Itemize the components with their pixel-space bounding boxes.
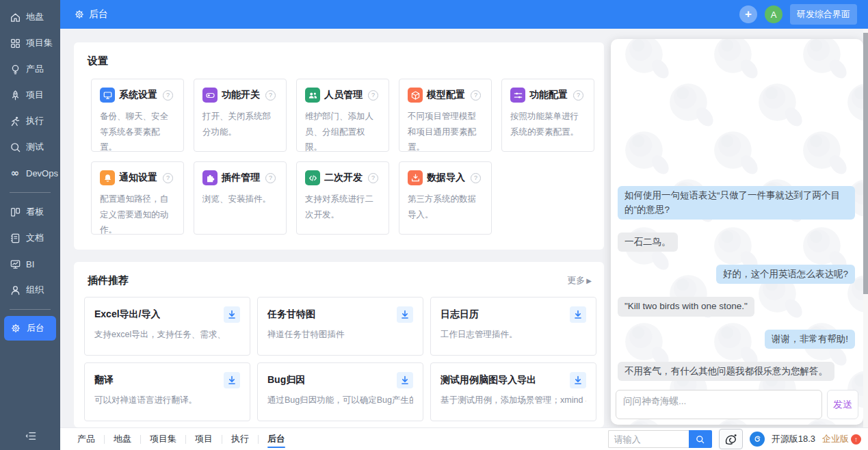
scrollbar-track[interactable] [863,29,868,427]
bottom-tab-admin[interactable]: 后台 [259,428,294,450]
settings-card-desc: 打开、关闭系统部分功能。 [202,109,278,140]
plugin-card-title: 翻译 [94,374,114,386]
sidebar-item-home[interactable]: 地盘 [0,4,60,30]
search-button[interactable] [689,430,712,448]
help-icon[interactable]: ? [471,90,481,101]
collapse-sidebar-button[interactable] [0,421,60,450]
settings-card-head: 功能配置? [510,88,586,103]
bottom-tab-project[interactable]: 项目 [186,428,222,450]
send-button[interactable]: 发送 [827,390,858,419]
sidebar-item-org[interactable]: 组织 [0,277,60,303]
more-link-label: 更多 [567,274,585,287]
conch-watermark [709,127,761,178]
settings-card-dev[interactable]: 二次开发?支持对系统进行二次开发。 [296,161,389,235]
settings-card-system[interactable]: 系统设置?备份、聊天、安全等系统各要素配置。 [91,79,184,152]
settings-card-title: 人员管理 [324,89,363,101]
sidebar-item-execution[interactable]: 执行 [0,108,60,134]
magic-conch-button[interactable] [719,429,743,449]
help-icon[interactable]: ? [573,90,583,101]
settings-card-import[interactable]: 数据导入?第三方系统的数据导入。 [399,161,492,235]
menu-fold-icon [24,429,37,442]
scrollbar-thumb[interactable] [863,33,868,294]
plugin-download-button[interactable] [397,306,413,323]
enterprise-link[interactable]: 企业版 ↑ [822,433,861,445]
plugin-card-excel[interactable]: Excel导出/导入支持excel导出，支持任务、需求、 [84,297,250,356]
settings-card-feature-switch[interactable]: 功能开关?打开、关闭系统部分功能。 [194,79,287,152]
settings-card-extension[interactable]: 插件管理?浏览、安装插件。 [194,161,287,235]
help-icon[interactable]: ? [368,173,378,183]
upgrade-arrow-icon: ↑ [851,434,861,445]
settings-card-model-config[interactable]: 模型配置?不同项目管理模型和项目通用要素配置。 [399,79,492,152]
plus-icon: + [745,8,752,21]
workspace-switch-button[interactable]: 研发综合界面 [790,4,857,25]
plugin-card-desc: 通过Bug归因功能，可以确定Bug产生的 [267,395,413,406]
search-input[interactable] [608,430,689,448]
plugin-card-head: 翻译 [94,372,240,388]
document-icon [9,233,21,244]
download-icon [572,308,584,321]
plugin-card-desc: 可以对禅道语言进行翻译。 [94,395,240,406]
sidebar-item-admin[interactable]: 后台 [4,316,56,341]
sidebar-item-qa[interactable]: 测试 [0,134,60,160]
sidebar-divider [10,192,51,193]
plugin-card-title: Excel导出/导入 [94,308,160,321]
chat-bubble-assistant: 一石二鸟。 [618,233,678,252]
bottom-tab-program[interactable]: 项目集 [141,428,185,450]
chat-bubble-assistant: 不用客气，有什么其他问题我都很乐意为您解答。 [618,362,834,381]
search-box [608,430,712,448]
bottom-tabs: 产品地盘项目集项目执行后台 [68,428,294,450]
plugin-card-desc: 禅道任务甘特图插件 [267,329,413,341]
sidebar-item-bi[interactable]: BI [0,251,60,277]
help-icon[interactable]: ? [163,90,173,101]
plugin-card-head: 测试用例脑图导入导出 [440,372,586,388]
help-icon[interactable]: ? [368,90,378,101]
topbar: 后台 + A 研发综合界面 [60,0,868,29]
sidebar-item-devops[interactable]: ∞DevOps [0,160,60,186]
bottom-tab-execution[interactable]: 执行 [222,428,258,450]
enterprise-label: 企业版 [822,433,849,445]
avatar[interactable]: A [765,5,782,23]
plugin-card-desc: 支持excel导出，支持任务、需求、 [94,329,240,341]
add-button[interactable]: + [739,5,757,23]
settings-card-feature-config[interactable]: 功能配置?按照功能菜单进行系统的要素配置。 [501,79,594,152]
bottom-tab-product[interactable]: 产品 [68,428,104,450]
chat-bubble-assistant: "Kill two birds with one stone." [618,297,754,316]
sidebar-item-kanban[interactable]: 看板 [0,199,60,225]
help-icon[interactable]: ? [163,173,173,183]
sidebar: 地盘项目集产品项目执行测试∞DevOps看板文档BI组织后台 [0,0,60,450]
sidebar-item-doc[interactable]: 文档 [0,225,60,251]
home-icon [9,12,21,23]
plugin-card-testcase-mindmap[interactable]: 测试用例脑图导入导出基于测试用例，添加场景管理；xmind 导 [430,362,596,421]
settings-card-notification[interactable]: 通知设置?配置通知路径，自定义需要通知的动作。 [91,161,184,235]
sidebar-item-label: 测试 [26,141,44,153]
help-icon[interactable]: ? [265,90,276,101]
bottom-tab-home[interactable]: 地盘 [105,428,140,450]
plugin-card-translate[interactable]: 翻译可以对禅道语言进行翻译。 [84,362,250,421]
settings-card-desc: 第三方系统的数据导入。 [408,191,483,222]
plugin-download-button[interactable] [224,372,240,388]
sidebar-item-project[interactable]: 项目 [0,82,60,108]
plugin-card-desc: 工作日志管理插件。 [440,329,586,341]
conch-icon [724,432,738,447]
more-link[interactable]: 更多 ▶ [567,274,592,287]
chat-input[interactable] [616,390,822,419]
plugin-card-gantt[interactable]: 任务甘特图禅道任务甘特图插件 [257,297,423,356]
plugin-download-button[interactable] [570,372,586,388]
plugin-download-button[interactable] [397,372,413,388]
settings-card-user-admin[interactable]: 人员管理?维护部门、添加人员、分组配置权限。 [296,79,389,152]
sidebar-item-product[interactable]: 产品 [0,56,60,82]
bulb-icon [9,64,21,75]
plugin-card-bug-attribution[interactable]: Bug归因通过Bug归因功能，可以确定Bug产生的 [257,362,423,421]
help-icon[interactable]: ? [265,173,276,183]
plugin-card-calendar[interactable]: 日志日历工作日志管理插件。 [430,297,596,356]
settings-card-desc: 配置通知路径，自定义需要通知的动作。 [100,191,175,238]
conch-watermark [665,79,717,131]
avatar-initial: A [771,10,777,20]
plugin-download-button[interactable] [570,306,586,323]
sidebar-item-program[interactable]: 项目集 [0,30,60,56]
help-icon[interactable]: ? [471,173,481,183]
topbar-title[interactable]: 后台 [74,8,108,21]
code-icon [305,170,320,185]
plugin-download-button[interactable] [224,306,240,323]
settings-card-head: 通知设置? [100,170,175,185]
